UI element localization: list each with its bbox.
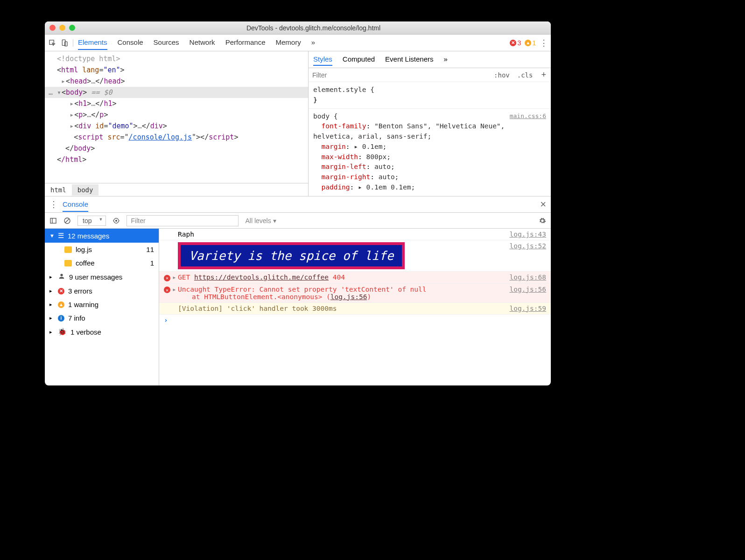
console-prompt[interactable]: › [159,315,551,326]
sidebar-item-user[interactable]: ▸9 user messages [45,270,159,284]
error-count-badge[interactable]: ✕3 [510,39,521,47]
panel-tabs: Elements Console Sources Network Perform… [78,35,315,50]
stab-computed[interactable]: Computed [343,53,375,66]
log-row-styled[interactable]: Variety is the spice of life log.js:52 [159,240,551,272]
hov-toggle[interactable]: :hov [490,71,513,79]
elements-panel[interactable]: <!doctype html> <html lang="en"> ▸<head>… [45,51,308,196]
sidebar-item-verbose[interactable]: ▸🐞1 verbose [45,325,159,339]
folder-icon [64,246,72,253]
styles-panel: Styles Computed Event Listeners » :hov .… [308,51,551,196]
log-row[interactable]: Raph log.js:43 [159,229,551,240]
devtools-window: DevTools - devtools.glitch.me/console/lo… [45,21,551,385]
warn-count-badge[interactable]: ▲1 [525,39,536,47]
stab-more[interactable]: » [443,53,447,66]
tab-sources[interactable]: Sources [154,35,179,50]
error-icon: ✕ [164,275,170,281]
cls-toggle[interactable]: .cls [513,71,537,79]
log-row-violation[interactable]: [Violation] 'click' handler took 3000ms … [159,303,551,315]
source-link[interactable]: log.js:59 [509,305,546,312]
clear-console-icon[interactable] [63,217,71,224]
stab-listeners[interactable]: Event Listeners [385,53,433,66]
warning-icon: ▲ [58,301,64,308]
settings-menu-icon[interactable]: ⋮ [540,38,547,48]
console-messages: Raph log.js:43 Variety is the spice of l… [159,229,551,385]
info-icon: i [58,315,64,322]
device-icon[interactable] [61,39,68,47]
context-selector[interactable]: top [77,216,106,226]
log-row-error-404[interactable]: ✕▸ GET https://devtools.glitch.me/coffee… [159,272,551,284]
log-row-uncaught[interactable]: ✕▸ Uncaught TypeError: Cannot set proper… [159,284,551,303]
source-link[interactable]: log.js:68 [509,273,546,281]
close-icon[interactable]: × [540,198,546,210]
sidebar-item-messages[interactable]: ▼ ☰ 12 messages [45,229,159,243]
minimize-window-button[interactable] [59,25,65,31]
css-source-link[interactable]: main.css:6 [510,112,546,121]
user-icon [58,273,65,281]
console-drawer-tab[interactable]: Console [63,197,88,212]
svg-point-7 [115,220,117,222]
sidebar-item-logjs[interactable]: log.js11 [45,243,159,256]
tab-elements[interactable]: Elements [78,35,107,50]
console-drawer-header: ⋮ Console × [45,196,551,213]
svg-point-8 [60,274,63,276]
list-icon: ☰ [58,231,64,240]
tab-network[interactable]: Network [190,35,215,50]
crumb-html[interactable]: html [45,184,72,196]
source-link[interactable]: log.js:43 [509,231,546,238]
tab-performance[interactable]: Performance [225,35,266,50]
bug-icon: 🐞 [58,328,67,336]
console-filter-bar: top Filter All levels ▾ [45,213,551,229]
crumb-body[interactable]: body [72,184,99,196]
live-expression-icon[interactable] [112,217,120,224]
close-window-button[interactable] [49,25,56,31]
tab-more[interactable]: » [311,35,315,50]
breadcrumb: html body [45,183,308,196]
console-filter-input[interactable]: Filter [127,215,239,226]
sidebar-toggle-icon[interactable] [49,217,57,224]
error-icon: ✕ [58,288,64,294]
sidebar-item-errors[interactable]: ▸✕3 errors [45,284,159,298]
stab-styles[interactable]: Styles [313,53,332,66]
svg-line-6 [65,219,69,223]
gear-icon[interactable] [539,217,546,224]
tab-memory[interactable]: Memory [276,35,301,50]
new-rule-icon[interactable]: + [536,70,551,80]
styles-filter-input[interactable] [309,71,490,79]
source-link[interactable]: log.js:56 [509,286,546,293]
tab-console[interactable]: Console [118,35,143,50]
folder-icon [64,260,72,266]
console-sidebar: ▼ ☰ 12 messages log.js11 coffee1 ▸9 user… [45,229,159,385]
inspect-icon[interactable] [49,39,56,47]
svg-rect-3 [50,218,56,223]
console-menu-icon[interactable]: ⋮ [49,199,57,210]
zoom-window-button[interactable] [69,25,75,31]
error-icon: ✕ [164,287,170,293]
dom-body-selected[interactable]: … ▾<body> == $0 [45,87,308,98]
main-toolbar: Elements Console Sources Network Perform… [45,35,551,51]
titlebar: DevTools - devtools.glitch.me/console/lo… [45,21,551,35]
sidebar-item-warning[interactable]: ▸▲1 warning [45,298,159,311]
sidebar-item-coffee[interactable]: coffee1 [45,256,159,270]
traffic-lights [49,25,75,31]
source-link[interactable]: log.js:52 [509,242,546,250]
svg-rect-0 [49,40,54,44]
sidebar-item-info[interactable]: ▸i7 info [45,311,159,325]
window-title: DevTools - devtools.glitch.me/console/lo… [81,24,546,32]
log-levels-selector[interactable]: All levels ▾ [245,217,276,224]
